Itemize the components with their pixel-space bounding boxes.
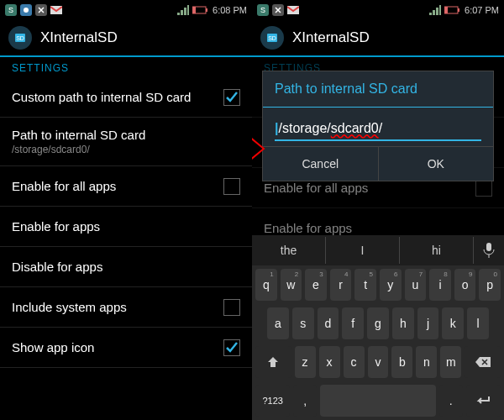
setting-label: Include system apps	[12, 300, 197, 314]
setting-label: Enable for apps	[264, 221, 449, 235]
status-bar: S 6:08 PM	[0, 0, 252, 20]
signal-icon	[429, 5, 441, 15]
setting-enable-apps[interactable]: Enable for apps	[0, 207, 252, 247]
status-icon-app3	[272, 4, 284, 16]
setting-sublabel: /storage/sdcard0/	[12, 144, 240, 155]
svg-rect-20	[486, 243, 491, 251]
setting-label: Custom path to internal SD card	[12, 90, 197, 104]
app-title: XInternalSD	[292, 29, 370, 46]
keyboard-row1: q1w2e3r4t5y6u7i8o9p0	[252, 265, 504, 304]
keyboard: the I hi q1w2e3r4t5y6u7i8o9p0 asdfghjkl …	[252, 235, 504, 420]
key-h[interactable]: h	[392, 307, 414, 339]
svg-text:S: S	[8, 6, 13, 14]
key-i[interactable]: i8	[429, 269, 451, 301]
key-e[interactable]: e3	[305, 269, 327, 301]
setting-enable-all[interactable]: Enable for all apps	[0, 166, 252, 207]
cancel-button[interactable]: Cancel	[263, 147, 378, 181]
key-y[interactable]: y6	[380, 269, 402, 301]
space-key[interactable]	[320, 385, 436, 417]
checkbox-checked[interactable]	[223, 339, 240, 356]
setting-disable-apps[interactable]: Disable for apps	[0, 247, 252, 287]
path-dialog: Path to internal SD card |/storage/sdcar…	[262, 71, 494, 181]
key-x[interactable]: x	[319, 346, 340, 378]
comma-key[interactable]: ,	[293, 385, 317, 417]
key-c[interactable]: c	[344, 346, 365, 378]
backspace-key[interactable]	[465, 346, 501, 378]
svg-text:SD: SD	[268, 35, 276, 41]
svg-rect-16	[444, 7, 448, 13]
key-d[interactable]: d	[318, 307, 339, 339]
gmail-icon	[287, 4, 299, 16]
key-u[interactable]: u7	[405, 269, 427, 301]
key-j[interactable]: j	[417, 307, 439, 339]
key-n[interactable]: n	[416, 346, 437, 378]
suggestion-bar: the I hi	[252, 235, 504, 265]
screen-right: S 6:07 PM SD XInternalSD SETTINGS Cu P E…	[252, 0, 504, 420]
suggestion[interactable]: hi	[400, 237, 474, 264]
key-b[interactable]: b	[391, 346, 412, 378]
keyboard-row3: zxcvbnm	[252, 343, 504, 381]
status-bar: S 6:07 PM	[252, 0, 504, 20]
path-input[interactable]: |/storage/sdcard0/	[275, 121, 481, 141]
svg-point-3	[24, 8, 29, 13]
checkbox-unchecked[interactable]	[223, 299, 240, 316]
setting-include-system[interactable]: Include system apps	[0, 287, 252, 328]
key-r[interactable]: r4	[330, 269, 352, 301]
key-q[interactable]: q1	[255, 269, 277, 301]
svg-text:SD: SD	[16, 35, 24, 41]
setting-path-internal[interactable]: Path to internal SD card /storage/sdcard…	[0, 118, 252, 166]
app-title: XInternalSD	[40, 29, 118, 46]
gmail-icon	[50, 4, 62, 16]
key-m[interactable]: m	[440, 346, 461, 378]
setting-label: Path to internal SD card	[12, 128, 197, 142]
key-v[interactable]: v	[368, 346, 389, 378]
key-g[interactable]: g	[367, 307, 389, 339]
clock: 6:08 PM	[213, 5, 247, 15]
app-header: SD XInternalSD	[252, 20, 504, 57]
suggestion[interactable]: the	[252, 237, 326, 264]
dialog-title: Path to internal SD card	[263, 71, 493, 108]
key-p[interactable]: p0	[479, 269, 501, 301]
input-text-prefix: /storage/	[278, 121, 330, 135]
screen-left: S 6:08 PM SD XInternalSD SETTINGS Custom…	[0, 0, 252, 420]
status-icon-app2	[20, 4, 32, 16]
app-icon: SD	[260, 26, 284, 50]
section-header: SETTINGS	[0, 57, 252, 77]
key-z[interactable]: z	[295, 346, 316, 378]
key-t[interactable]: t5	[354, 269, 376, 301]
setting-label: Enable for all apps	[264, 181, 449, 195]
checkbox-unchecked[interactable]	[223, 178, 240, 195]
key-f[interactable]: f	[342, 307, 364, 339]
app-header: SD XInternalSD	[0, 20, 252, 57]
app-icon: SD	[8, 26, 32, 50]
key-a[interactable]: a	[267, 307, 289, 339]
battery-icon	[444, 5, 461, 15]
battery-icon	[192, 5, 209, 15]
checkbox-unchecked	[475, 180, 492, 197]
symbols-key[interactable]: ?123	[255, 385, 290, 417]
setting-show-icon[interactable]: Show app icon	[0, 328, 252, 368]
keyboard-row4: ?123 , .	[252, 381, 504, 420]
signal-icon	[177, 5, 189, 15]
key-l[interactable]: l	[467, 307, 489, 339]
clock: 6:07 PM	[465, 5, 499, 15]
key-w[interactable]: w2	[281, 269, 302, 301]
ok-button[interactable]: OK	[378, 147, 494, 181]
key-o[interactable]: o9	[454, 269, 476, 301]
enter-key[interactable]	[466, 385, 501, 417]
setting-custom-path[interactable]: Custom path to internal SD card	[0, 77, 252, 118]
checkbox-checked[interactable]	[223, 89, 240, 106]
svg-rect-8	[206, 8, 207, 12]
keyboard-row2: asdfghjkl	[252, 304, 504, 343]
setting-label: Enable for apps	[12, 219, 197, 234]
status-icon-app1: S	[257, 4, 269, 16]
period-key[interactable]: .	[439, 385, 463, 417]
key-s[interactable]: s	[292, 307, 314, 339]
status-icon-app3	[35, 4, 47, 16]
setting-label: Disable for apps	[12, 260, 197, 274]
suggestion[interactable]: I	[326, 237, 400, 264]
mic-icon[interactable]	[474, 243, 504, 258]
shift-key[interactable]	[255, 346, 291, 378]
key-k[interactable]: k	[442, 307, 464, 339]
svg-text:S: S	[260, 6, 265, 14]
